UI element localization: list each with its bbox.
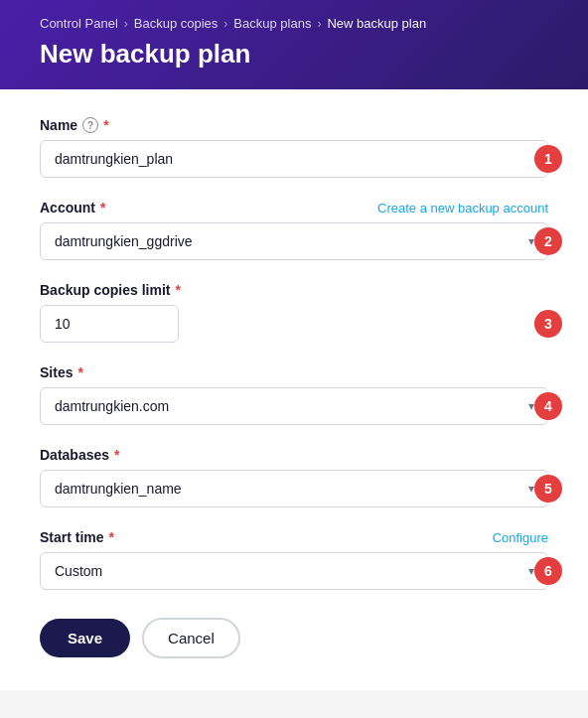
sites-step-badge: 4 — [534, 392, 562, 420]
start-time-label: Start time * — [40, 529, 114, 545]
name-required: * — [103, 117, 108, 133]
cancel-button[interactable]: Cancel — [142, 618, 240, 658]
databases-label-text: Databases — [40, 447, 109, 463]
sites-select-wrapper: damtrungkien.com ▾ 4 — [40, 387, 548, 425]
name-label: Name ? * — [40, 117, 548, 133]
name-step-badge: 1 — [534, 145, 562, 173]
button-row: Save Cancel — [40, 618, 548, 658]
save-button[interactable]: Save — [40, 619, 130, 657]
databases-required: * — [114, 447, 119, 463]
account-label: Account * — [40, 200, 105, 215]
databases-step-badge: 5 — [534, 475, 562, 503]
databases-group: Databases * damtrungkien_name ▾ 5 — [40, 447, 548, 507]
sites-group: Sites * damtrungkien.com ▾ 4 — [40, 364, 548, 425]
breadcrumb-sep-1: › — [124, 17, 128, 31]
backup-copies-limit-label: Backup copies limit * — [40, 282, 548, 298]
name-input[interactable] — [40, 140, 548, 178]
start-time-select-wrapper: Custom ▾ 6 — [40, 552, 548, 590]
account-group: Account * Create a new backup account da… — [40, 200, 548, 260]
backup-copies-limit-group: Backup copies limit * 3 — [40, 282, 548, 343]
page-title: New backup plan — [40, 39, 548, 70]
account-step-badge: 2 — [534, 227, 562, 255]
start-time-group: Start time * Configure Custom ▾ 6 — [40, 529, 548, 590]
account-select-wrapper: damtrungkien_ggdrive ▾ 2 — [40, 222, 548, 260]
breadcrumb-control-panel[interactable]: Control Panel — [40, 16, 118, 31]
name-help-icon[interactable]: ? — [82, 117, 98, 133]
configure-link[interactable]: Configure — [493, 530, 548, 545]
page-header: Control Panel › Backup copies › Backup p… — [0, 0, 588, 89]
sites-required: * — [77, 364, 82, 380]
breadcrumb-sep-2: › — [223, 17, 227, 31]
backup-copies-limit-input[interactable] — [40, 305, 179, 343]
start-time-label-text: Start time — [40, 529, 104, 545]
account-label-row: Account * Create a new backup account — [40, 200, 548, 215]
form-content: Name ? * 1 Account * Create a new backup… — [0, 89, 588, 690]
sites-select[interactable]: damtrungkien.com — [40, 387, 548, 425]
databases-label: Databases * — [40, 447, 548, 463]
breadcrumb-backup-copies[interactable]: Backup copies — [134, 16, 219, 31]
sites-label-text: Sites — [40, 364, 73, 380]
account-required: * — [100, 200, 105, 215]
start-time-required: * — [109, 529, 114, 545]
backup-copies-limit-step-badge: 3 — [534, 310, 562, 338]
databases-select-wrapper: damtrungkien_name ▾ 5 — [40, 470, 548, 507]
breadcrumb-backup-plans[interactable]: Backup plans — [233, 16, 311, 31]
backup-copies-limit-required: * — [175, 282, 180, 298]
name-label-text: Name — [40, 117, 77, 133]
start-time-select[interactable]: Custom — [40, 552, 548, 590]
start-time-step-badge: 6 — [534, 557, 562, 585]
breadcrumb-sep-3: › — [317, 17, 321, 31]
backup-copies-limit-wrapper: 3 — [40, 305, 548, 343]
backup-copies-limit-label-text: Backup copies limit — [40, 282, 170, 298]
name-group: Name ? * 1 — [40, 117, 548, 178]
breadcrumb: Control Panel › Backup copies › Backup p… — [40, 16, 548, 31]
start-time-label-row: Start time * Configure — [40, 529, 548, 545]
breadcrumb-new-backup-plan: New backup plan — [327, 16, 426, 31]
account-label-text: Account — [40, 200, 95, 215]
name-input-wrapper: 1 — [40, 140, 548, 178]
sites-label: Sites * — [40, 364, 548, 380]
create-backup-account-link[interactable]: Create a new backup account — [377, 201, 548, 215]
databases-select[interactable]: damtrungkien_name — [40, 470, 548, 507]
account-select[interactable]: damtrungkien_ggdrive — [40, 222, 548, 260]
